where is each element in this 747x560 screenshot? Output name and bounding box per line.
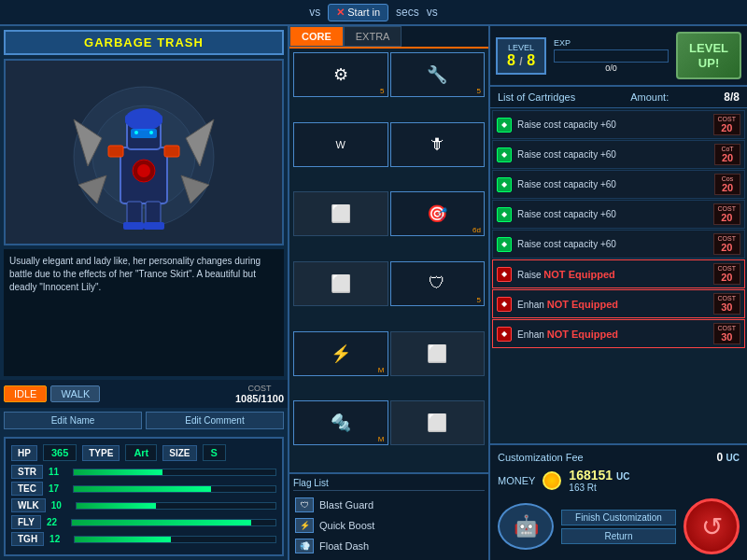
- finish-customization-button[interactable]: Finish Customization: [561, 510, 676, 525]
- level-section: LEVEL 8 / 8 EXP 0/0 LEVEL UP!: [490, 26, 747, 87]
- svg-rect-15: [127, 202, 142, 225]
- level-up-text-1: LEVEL: [689, 41, 728, 56]
- svg-rect-18: [144, 222, 164, 230]
- edit-buttons: Edit Name Edit Comment: [0, 408, 288, 433]
- cart-icon-3: ◆: [497, 207, 512, 222]
- cartridge-item-7[interactable]: ◆ Enhan NOT Equipped COST 30: [492, 319, 745, 348]
- level-box: LEVEL 8 / 8: [496, 37, 546, 75]
- cartridge-item-3[interactable]: ◆ Raise cost capacity +60 COST 20: [492, 200, 745, 229]
- type-label: TYPE: [82, 445, 120, 461]
- level-max: 8: [527, 52, 535, 68]
- start-in-button[interactable]: ✕ Start in: [328, 4, 388, 21]
- character-display: [4, 59, 284, 245]
- exp-bar-container: [554, 49, 669, 63]
- stat-bar-str: [74, 469, 162, 475]
- slot-10-icon: ⬜: [427, 343, 447, 364]
- cartridges-title: List of Cartridges: [498, 91, 575, 103]
- stat-val-wlk: 10: [51, 500, 70, 511]
- cart-icon-6: ◆: [497, 297, 512, 312]
- equip-slot-5[interactable]: ⬜: [293, 191, 388, 236]
- left-panel: GARBAGE TRASH: [0, 26, 289, 560]
- slot-5-icon: ⬜: [331, 203, 351, 224]
- cart-cost-4: COST 20: [713, 233, 740, 255]
- return-button[interactable]: Return: [561, 528, 676, 544]
- stat-val-tgh: 12: [49, 534, 68, 544]
- character-name: GARBAGE TRASH: [4, 30, 284, 55]
- stat-row-fly: FLY 22: [11, 515, 276, 529]
- top-bar: vs ✕ Start in secs vs: [0, 0, 747, 26]
- cart-text-3: Raise cost capacity +60: [517, 209, 708, 219]
- right-panel: LEVEL 8 / 8 EXP 0/0 LEVEL UP!: [490, 26, 747, 560]
- cart-cost-6: COST 30: [713, 293, 740, 315]
- stat-row-tec: TEC 17: [11, 482, 276, 496]
- stat-bar-container-wlk: [76, 502, 276, 510]
- cart-text-0: Raise cost capacity +60: [517, 119, 708, 130]
- equip-slot-6[interactable]: 🎯 6d: [390, 191, 486, 236]
- equip-slot-8[interactable]: 🛡 5: [390, 261, 486, 306]
- cart-icon-2: ◆: [497, 177, 512, 192]
- equip-slot-4[interactable]: 🗡: [390, 122, 486, 167]
- stat-bar-fly: [72, 520, 251, 525]
- edit-name-button[interactable]: Edit Name: [4, 412, 142, 429]
- type-value: Art: [125, 444, 157, 461]
- slot-2-icon: 🔧: [427, 64, 447, 85]
- flag-item-1[interactable]: ⚡ Quick Boost: [293, 515, 485, 536]
- cart-cost-0: COST 20: [713, 114, 740, 135]
- cart-cost-label-4: COST: [718, 235, 736, 242]
- cart-cost-5: COST 20: [713, 263, 740, 285]
- finish-icon-button[interactable]: ↺: [684, 498, 740, 554]
- cart-cost-val-2: 20: [722, 182, 733, 193]
- cartridges-list[interactable]: ◆ Raise cost capacity +60 COST 20 ◆ Rais…: [490, 108, 747, 443]
- equipment-grid: ⚙ 5 🔧 5 W 🗡 ⬜ 🎯 6d ⬜: [289, 49, 488, 472]
- equip-slot-11[interactable]: 🔩 M: [293, 400, 388, 445]
- stat-bar-container-fly: [71, 519, 276, 526]
- idle-button[interactable]: IDLE: [4, 385, 47, 402]
- stat-bar-container-tgh: [74, 536, 276, 543]
- cost-label: COST: [247, 384, 271, 393]
- cartridge-item-6[interactable]: ◆ Enhan NOT Equipped COST 30: [492, 289, 745, 318]
- svg-point-8: [137, 164, 150, 177]
- equip-slot-9[interactable]: ⚡ M: [293, 331, 388, 376]
- flag-item-2[interactable]: 💨 Float Dash: [293, 536, 485, 556]
- cart-cost-label-3: COST: [718, 205, 736, 212]
- equip-slot-2[interactable]: 🔧 5: [390, 52, 486, 97]
- flag-label-1: Quick Boost: [319, 520, 374, 531]
- cart-icon-5: ◆: [497, 267, 512, 282]
- equip-slot-12[interactable]: ⬜: [390, 400, 486, 445]
- slot-7-icon: ⬜: [331, 273, 351, 294]
- svg-rect-20: [164, 146, 179, 157]
- stat-label-str: STR: [11, 465, 43, 479]
- equip-slot-10[interactable]: ⬜: [390, 331, 486, 376]
- cart-cost-1: CoT 20: [714, 144, 740, 165]
- stats-panel: HP 365 TYPE Art SIZE S STR 11 TEC 17 WLK…: [4, 437, 284, 556]
- level-slash: /: [519, 55, 522, 68]
- slot-8-icon: 🛡: [429, 273, 445, 293]
- extra-tab[interactable]: EXTRA: [344, 26, 402, 47]
- walk-button[interactable]: WALK: [50, 385, 100, 402]
- cartridge-item-1[interactable]: ◆ Raise cost capacity +60 CoT 20: [492, 140, 745, 169]
- cart-cost-val-5: 20: [721, 272, 732, 283]
- equip-slot-7[interactable]: ⬜: [293, 261, 388, 306]
- top-bar-center: vs ✕ Start in secs vs: [309, 4, 438, 21]
- flag-icon-1: ⚡: [295, 518, 314, 533]
- flag-item-0[interactable]: 🛡 Blast Guard: [293, 495, 485, 515]
- core-tab[interactable]: CORE: [289, 26, 344, 47]
- slot-3-icon: W: [336, 139, 345, 150]
- edit-comment-button[interactable]: Edit Comment: [146, 412, 284, 429]
- cartridge-item-2[interactable]: ◆ Raise cost capacity +60 Cos 20: [492, 170, 745, 199]
- rt-value: 163 Rt: [569, 483, 629, 493]
- equip-slot-3[interactable]: W: [293, 122, 388, 167]
- cartridge-item-4[interactable]: ◆ Raise cost capacity +60 COST 20: [492, 230, 745, 259]
- cartridge-item-0[interactable]: ◆ Raise cost capacity +60 COST 20: [492, 110, 745, 139]
- level-up-button[interactable]: LEVEL UP!: [676, 32, 741, 79]
- hp-value: 365: [43, 444, 77, 461]
- stat-val-fly: 22: [47, 517, 65, 527]
- cart-cost-label-1: CoT: [721, 146, 733, 152]
- slot-4-icon: 🗡: [429, 134, 445, 154]
- stat-label-tgh: TGH: [11, 532, 44, 546]
- animation-controls: IDLE WALK COST 1085/1100: [0, 380, 288, 408]
- cartridge-item-5[interactable]: ◆ Raise NOT Equipped COST 20: [492, 259, 745, 288]
- cart-text-7: Enhan NOT Equipped: [517, 329, 708, 340]
- equip-slot-1[interactable]: ⚙ 5: [293, 52, 388, 97]
- slot-11-icon: 🔩: [331, 413, 351, 433]
